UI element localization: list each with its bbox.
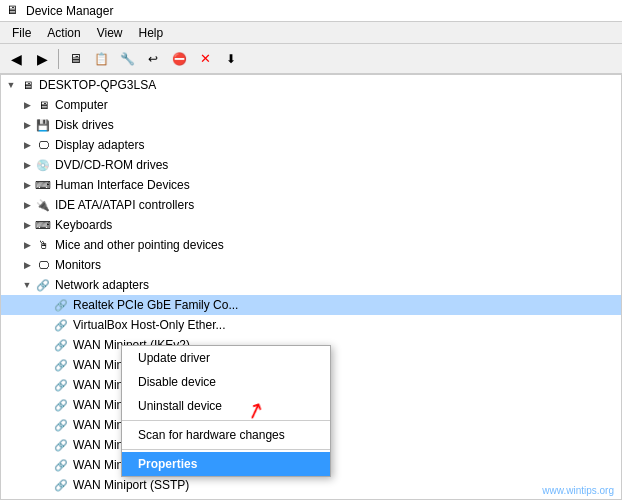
item-icon: 🖱 xyxy=(35,237,51,253)
expand-icon[interactable]: ▶ xyxy=(19,217,35,233)
title-bar-icon: 🖥 xyxy=(6,3,22,19)
menu-help[interactable]: Help xyxy=(131,24,172,42)
menu-action[interactable]: Action xyxy=(39,24,88,42)
toolbar-rollback[interactable]: ↩ xyxy=(141,47,165,71)
item-icon: 🔗 xyxy=(53,457,69,473)
ctx-separator xyxy=(122,420,330,421)
item-icon: 🔗 xyxy=(53,337,69,353)
item-icon: 💾 xyxy=(35,117,51,133)
toolbar-scan[interactable]: ⬇ xyxy=(219,47,243,71)
item-label: Keyboards xyxy=(55,218,112,232)
expand-icon[interactable]: ▶ xyxy=(19,257,35,273)
ctx-item-disable-device[interactable]: Disable device xyxy=(122,370,330,394)
title-bar-text: Device Manager xyxy=(26,4,113,18)
tree-item-computer[interactable]: ▶🖥Computer xyxy=(1,95,621,115)
tree-item-keyboards[interactable]: ▶⌨Keyboards xyxy=(1,215,621,235)
item-label: Display adapters xyxy=(55,138,144,152)
expand-icon[interactable]: ▼ xyxy=(19,277,35,293)
watermark: www.wintips.org xyxy=(542,485,614,496)
toolbar-disable[interactable]: ⛔ xyxy=(167,47,191,71)
expand-icon[interactable]: ▶ xyxy=(19,237,35,253)
tree-item-hid[interactable]: ▶⌨Human Interface Devices xyxy=(1,175,621,195)
context-menu: Update driverDisable deviceUninstall dev… xyxy=(121,345,331,477)
item-icon: 🔗 xyxy=(53,297,69,313)
tree-panel[interactable]: ▼ 🖥 DESKTOP-QPG3LSA ▶🖥Computer▶💾Disk dri… xyxy=(0,74,622,500)
main-content: ▼ 🖥 DESKTOP-QPG3LSA ▶🖥Computer▶💾Disk dri… xyxy=(0,74,622,500)
tree-item-display[interactable]: ▶🖵Display adapters xyxy=(1,135,621,155)
ctx-item-scan-hardware[interactable]: Scan for hardware changes xyxy=(122,423,330,447)
ctx-item-properties[interactable]: Properties xyxy=(122,452,330,476)
item-label: Human Interface Devices xyxy=(55,178,190,192)
toolbar-forward[interactable]: ▶ xyxy=(30,47,54,71)
expand-icon[interactable]: ▶ xyxy=(19,197,35,213)
item-label: IDE ATA/ATAPI controllers xyxy=(55,198,194,212)
ctx-item-uninstall-device[interactable]: Uninstall device xyxy=(122,394,330,418)
item-icon: 🔗 xyxy=(53,477,69,493)
toolbar-computer[interactable]: 🖥 xyxy=(63,47,87,71)
item-icon: 💿 xyxy=(35,157,51,173)
item-label: WAN Miniport (SSTP) xyxy=(73,478,189,492)
toolbar: ◀ ▶ 🖥 📋 🔧 ↩ ⛔ ✕ ⬇ xyxy=(0,44,622,74)
ctx-item-update-driver[interactable]: Update driver xyxy=(122,346,330,370)
item-icon: 🔗 xyxy=(53,417,69,433)
root-icon: 🖥 xyxy=(19,77,35,93)
item-icon: ⌨ xyxy=(35,177,51,193)
item-label: Mice and other pointing devices xyxy=(55,238,224,252)
item-icon: 🖥 xyxy=(35,97,51,113)
item-icon: 🖵 xyxy=(35,137,51,153)
item-label: Disk drives xyxy=(55,118,114,132)
expand-icon[interactable]: ▶ xyxy=(19,157,35,173)
tree-item-network[interactable]: ▼🔗Network adapters xyxy=(1,275,621,295)
tree-item-wan-sstp[interactable]: 🔗WAN Miniport (SSTP) xyxy=(1,475,621,495)
expand-icon[interactable]: ▶ xyxy=(19,97,35,113)
item-label: Computer xyxy=(55,98,108,112)
toolbar-update[interactable]: 🔧 xyxy=(115,47,139,71)
title-bar: 🖥 Device Manager xyxy=(0,0,622,22)
toolbar-uninstall[interactable]: ✕ xyxy=(193,47,217,71)
item-icon: 🔌 xyxy=(35,197,51,213)
tree-item-realtek[interactable]: 🔗Realtek PCIe GbE Family Co... xyxy=(1,295,621,315)
tree-item-vbox[interactable]: 🔗VirtualBox Host-Only Ether... xyxy=(1,315,621,335)
expand-icon[interactable]: ▶ xyxy=(19,137,35,153)
ctx-separator xyxy=(122,449,330,450)
item-icon: 🔗 xyxy=(53,357,69,373)
item-icon: 🔗 xyxy=(53,437,69,453)
tree-item-ide[interactable]: ▶🔌IDE ATA/ATAPI controllers xyxy=(1,195,621,215)
tree-item-disk[interactable]: ▶💾Disk drives xyxy=(1,115,621,135)
item-label: DVD/CD-ROM drives xyxy=(55,158,168,172)
item-icon: ⌨ xyxy=(35,217,51,233)
item-label: VirtualBox Host-Only Ether... xyxy=(73,318,226,332)
tree-item-monitors[interactable]: ▶🖵Monitors xyxy=(1,255,621,275)
item-label: Realtek PCIe GbE Family Co... xyxy=(73,298,238,312)
item-icon: 🔗 xyxy=(53,317,69,333)
item-label: Monitors xyxy=(55,258,101,272)
menu-view[interactable]: View xyxy=(89,24,131,42)
tree-item-dvd[interactable]: ▶💿DVD/CD-ROM drives xyxy=(1,155,621,175)
tree-item-other[interactable]: ▶❓Other devices xyxy=(1,495,621,500)
expand-icon[interactable]: ▶ xyxy=(19,117,35,133)
root-label: DESKTOP-QPG3LSA xyxy=(39,78,156,92)
expand-root[interactable]: ▼ xyxy=(3,77,19,93)
menu-file[interactable]: File xyxy=(4,24,39,42)
menu-bar: File Action View Help xyxy=(0,22,622,44)
item-icon: 🔗 xyxy=(53,377,69,393)
expand-icon[interactable]: ▶ xyxy=(19,177,35,193)
tree-root[interactable]: ▼ 🖥 DESKTOP-QPG3LSA xyxy=(1,75,621,95)
tree-item-mice[interactable]: ▶🖱Mice and other pointing devices xyxy=(1,235,621,255)
toolbar-back[interactable]: ◀ xyxy=(4,47,28,71)
item-icon: 🔗 xyxy=(53,397,69,413)
item-icon: 🖵 xyxy=(35,257,51,273)
item-icon: 🔗 xyxy=(35,277,51,293)
toolbar-properties[interactable]: 📋 xyxy=(89,47,113,71)
item-label: Network adapters xyxy=(55,278,149,292)
